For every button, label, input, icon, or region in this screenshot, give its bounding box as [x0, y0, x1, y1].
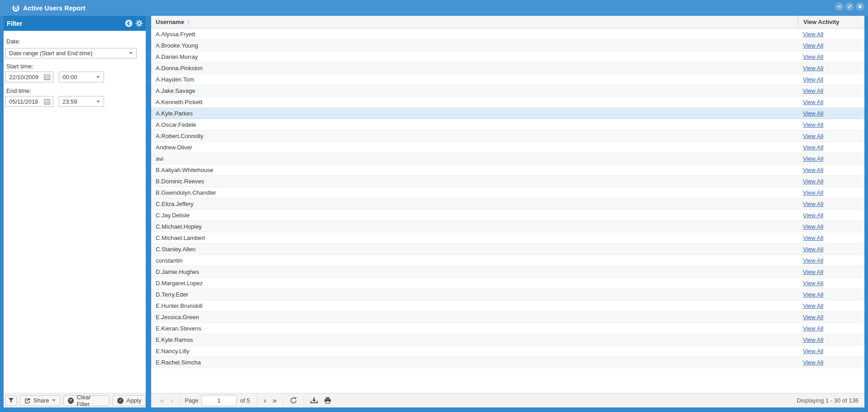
view-all-link[interactable]: View All [803, 325, 823, 332]
table-row[interactable]: B.Dominic.ReevesView All [151, 176, 864, 187]
end-time-select[interactable]: 23:59 [59, 96, 104, 107]
table-row[interactable]: D.Jamie.HughesView All [151, 266, 864, 278]
table-row[interactable]: E.Jessica.GreenView All [151, 311, 864, 323]
filter-button[interactable] [5, 395, 17, 406]
table-row[interactable]: aviView All [151, 153, 864, 164]
table-row[interactable]: E.Rachel.SimchaView All [151, 357, 864, 368]
calendar-icon[interactable] [44, 99, 50, 105]
clear-filter-button[interactable]: ✕ Clear Filter [63, 395, 110, 406]
start-time-select[interactable]: 00:00 [59, 72, 104, 82]
table-row[interactable]: constantinView All [151, 255, 864, 266]
table-row[interactable]: C.Jay.DelisleView All [151, 210, 864, 221]
minimize-button[interactable] [835, 2, 844, 11]
table-row[interactable]: A.Oscar.FedeleView All [151, 119, 864, 130]
view-all-link[interactable]: View All [803, 133, 823, 139]
view-all-link[interactable]: View All [803, 87, 823, 94]
username-column-label: Username [156, 19, 184, 25]
close-icon [858, 4, 863, 9]
table-row[interactable]: A.Jake.SavageView All [151, 85, 864, 96]
table-row[interactable]: A.Brooke.YoungView All [151, 40, 864, 51]
gear-icon[interactable] [135, 19, 143, 27]
view-activity-cell: View All [798, 130, 864, 141]
table-row[interactable]: A.Robert.ConnollyView All [151, 130, 864, 142]
username-cell: D.Jamie.Hughes [151, 266, 798, 277]
view-all-link[interactable]: View All [803, 359, 823, 366]
end-date-input[interactable]: 05/11/2018 [5, 96, 53, 107]
column-header-username[interactable]: Username ↑ [151, 16, 798, 28]
username-cell: Andrew.Oliver [151, 142, 798, 153]
page-count-label: of 5 [240, 397, 250, 404]
table-row[interactable]: C.Michael.HopleyView All [151, 221, 864, 232]
table-row[interactable]: E.Kyle.RamosView All [151, 334, 864, 345]
table-row[interactable]: B.Gwendolyn.ChandlerView All [151, 187, 864, 198]
date-range-value: Date range (Start and End time) [9, 50, 129, 57]
view-all-link[interactable]: View All [803, 336, 823, 343]
view-all-link[interactable]: View All [803, 155, 823, 162]
view-all-link[interactable]: View All [803, 268, 823, 275]
grid-header: Username ↑ View Activity [151, 16, 864, 29]
download-button[interactable] [307, 397, 321, 404]
view-all-link[interactable]: View All [803, 302, 823, 309]
table-row[interactable]: A.Donna.PinkstonView All [151, 62, 864, 74]
view-all-link[interactable]: View All [803, 223, 823, 230]
table-row[interactable]: E.Kieran.StevensView All [151, 323, 864, 334]
table-row[interactable]: C.Michael.LambertView All [151, 232, 864, 244]
view-all-link[interactable]: View All [803, 291, 823, 298]
apply-button[interactable]: ✓ Apply [113, 395, 146, 406]
view-all-link[interactable]: View All [803, 246, 823, 253]
table-row[interactable]: D.Margaret.LopezView All [151, 278, 864, 289]
view-all-link[interactable]: View All [803, 257, 823, 264]
table-row[interactable]: Andrew.OliverView All [151, 142, 864, 153]
view-all-link[interactable]: View All [803, 280, 823, 287]
view-all-link[interactable]: View All [803, 110, 823, 117]
refresh-icon [290, 397, 297, 404]
refresh-button[interactable] [286, 397, 300, 404]
page-number-input[interactable] [201, 395, 237, 406]
column-header-view-activity[interactable]: View Activity [798, 16, 864, 28]
view-all-link[interactable]: View All [803, 42, 823, 49]
table-row[interactable]: A.Kyle.ParkesView All [151, 108, 864, 119]
printer-icon [324, 397, 331, 404]
table-row[interactable]: C.Stanley.AllenView All [151, 244, 864, 255]
view-all-link[interactable]: View All [803, 201, 823, 207]
table-row[interactable]: D.Terry.EderView All [151, 289, 864, 300]
table-row[interactable]: A.Hayden.TomView All [151, 74, 864, 85]
view-all-link[interactable]: View All [803, 314, 823, 321]
view-all-link[interactable]: View All [803, 53, 823, 60]
view-all-link[interactable]: View All [803, 235, 823, 241]
previous-page-button[interactable]: ‹ [167, 397, 176, 404]
first-page-button[interactable]: « [157, 397, 167, 404]
minimize-icon [837, 4, 842, 9]
view-all-link[interactable]: View All [803, 65, 823, 72]
view-all-link[interactable]: View All [803, 348, 823, 355]
view-all-link[interactable]: View All [803, 76, 823, 83]
start-time-label: Start time: [6, 63, 33, 70]
view-all-link[interactable]: View All [803, 189, 823, 196]
view-all-link[interactable]: View All [803, 99, 823, 105]
maximize-button[interactable] [845, 2, 854, 11]
date-range-select[interactable]: Date range (Start and End time) [5, 48, 137, 58]
print-button[interactable] [321, 397, 334, 404]
view-all-link[interactable]: View All [803, 121, 823, 128]
last-page-button[interactable]: » [269, 397, 280, 404]
collapse-panel-icon[interactable] [125, 19, 133, 27]
calendar-icon[interactable] [44, 74, 50, 80]
table-row[interactable]: B.Aaliyah.WhitehouseView All [151, 164, 864, 176]
start-date-input[interactable]: 22/10/2009 [5, 72, 53, 82]
view-all-link[interactable]: View All [803, 212, 823, 219]
next-page-button[interactable]: › [260, 397, 269, 404]
table-row[interactable]: A.Kenneth.PickettView All [151, 96, 864, 108]
view-all-link[interactable]: View All [803, 31, 823, 38]
close-button[interactable] [856, 2, 864, 11]
table-row[interactable]: A.Alyssa.FryettView All [151, 29, 864, 40]
maximize-icon [847, 4, 852, 9]
view-all-link[interactable]: View All [803, 144, 823, 151]
view-all-link[interactable]: View All [803, 178, 823, 185]
table-row[interactable]: E.Hunter.BrunskillView All [151, 300, 864, 311]
table-row[interactable]: A.Daniel.MurrayView All [151, 51, 864, 62]
view-activity-cell: View All [798, 51, 864, 62]
table-row[interactable]: C.Eliza.JefferyView All [151, 198, 864, 210]
view-all-link[interactable]: View All [803, 167, 823, 173]
table-row[interactable]: E.Nancy.LillyView All [151, 345, 864, 357]
share-button[interactable]: Share [20, 395, 60, 406]
